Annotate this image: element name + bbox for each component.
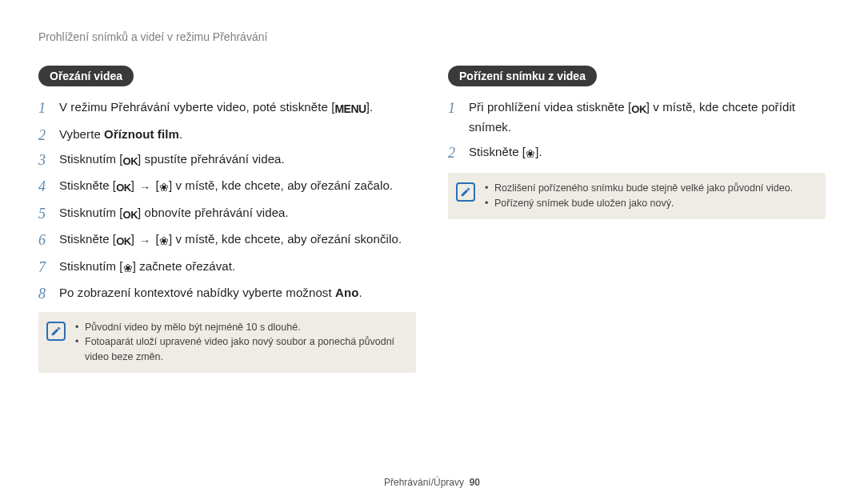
step-text: ]. bbox=[535, 145, 542, 158]
step-number: 2 bbox=[448, 142, 455, 165]
step-text: . bbox=[179, 127, 182, 141]
ok-icon: OK bbox=[123, 207, 138, 223]
step-number: 8 bbox=[38, 283, 46, 306]
step-text: ] bbox=[131, 232, 138, 246]
step-text: Stiskněte [ bbox=[59, 178, 116, 192]
pencil-note-icon bbox=[50, 326, 62, 337]
step-text: ] obnovíte přehrávání videa. bbox=[138, 206, 289, 219]
page: Prohlížení snímků a videí v režimu Přehr… bbox=[0, 0, 864, 504]
menu-icon: MENU bbox=[334, 101, 366, 118]
section-title-left: Ořezání videa bbox=[38, 66, 134, 86]
step-text: Stisknutím [ bbox=[59, 259, 123, 273]
step-item: 4 Stiskněte [OK] → [❀] v místě, kde chce… bbox=[38, 176, 416, 197]
page-number: 90 bbox=[470, 477, 480, 488]
flower-icon: ❀ bbox=[159, 179, 169, 197]
note-item: Rozlišení pořízeného snímku bude stejně … bbox=[485, 181, 793, 196]
breadcrumb: Prohlížení snímků a videí v režimu Přehr… bbox=[38, 30, 826, 43]
flower-icon: ❀ bbox=[526, 146, 535, 163]
step-text: ] v místě, kde chcete, aby ořezání začal… bbox=[169, 178, 393, 192]
step-item: 7 Stisknutím [❀] začnete ořezávat. bbox=[38, 257, 416, 278]
footer-section: Přehrávání/Úpravy bbox=[384, 477, 464, 488]
step-text: Vyberte bbox=[59, 127, 104, 141]
step-number: 1 bbox=[38, 98, 46, 120]
note-box-right: Rozlišení pořízeného snímku bude stejně … bbox=[448, 173, 826, 219]
step-text: ]. bbox=[366, 100, 374, 114]
step-text: [ bbox=[152, 232, 159, 246]
ok-icon: OK bbox=[123, 154, 138, 170]
step-text: . bbox=[358, 286, 362, 299]
pencil-note-icon bbox=[460, 186, 471, 198]
note-item: Původní video by mělo být nejméně 10 s d… bbox=[75, 320, 405, 335]
left-column: Ořezání videa 1 V režimu Přehrávání vybe… bbox=[38, 66, 416, 373]
note-list: Původní video by mělo být nejméně 10 s d… bbox=[75, 320, 405, 365]
step-item: 1 V režimu Přehrávání vyberte video, pot… bbox=[38, 98, 416, 118]
footer: Přehrávání/Úpravy 90 bbox=[0, 477, 864, 488]
step-text: Stiskněte [ bbox=[469, 145, 526, 158]
step-text: [ bbox=[152, 178, 159, 192]
arrow-icon: → bbox=[138, 179, 152, 197]
step-number: 1 bbox=[448, 98, 455, 120]
steps-list-right: 1 Při prohlížení videa stiskněte [OK] v … bbox=[448, 98, 826, 163]
step-text: ] začnete ořezávat. bbox=[133, 259, 236, 273]
note-icon bbox=[46, 322, 66, 341]
arrow-icon: → bbox=[138, 233, 152, 250]
step-number: 5 bbox=[38, 203, 46, 226]
step-bold: Oříznout film bbox=[104, 127, 179, 141]
step-number: 3 bbox=[38, 150, 46, 172]
note-item: Pořízený snímek bude uložen jako nový. bbox=[485, 196, 793, 211]
note-item: Fotoaparát uloží upravené video jako nov… bbox=[75, 334, 405, 365]
ok-icon: OK bbox=[116, 234, 131, 250]
step-item: 2 Vyberte Oříznout film. bbox=[38, 125, 416, 143]
step-text: V režimu Přehrávání vyberte video, poté … bbox=[59, 100, 334, 114]
note-box-left: Původní video by mělo být nejméně 10 s d… bbox=[38, 312, 416, 373]
note-list: Rozlišení pořízeného snímku bude stejně … bbox=[485, 181, 793, 211]
step-text: Po zobrazení kontextové nabídky vyberte … bbox=[59, 286, 335, 299]
step-item: 6 Stiskněte [OK] → [❀] v místě, kde chce… bbox=[38, 230, 416, 250]
step-text: Stisknutím [ bbox=[59, 206, 123, 219]
step-item: 1 Při prohlížení videa stiskněte [OK] v … bbox=[448, 98, 826, 136]
steps-list-left: 1 V režimu Přehrávání vyberte video, pot… bbox=[38, 98, 416, 302]
content-columns: Ořezání videa 1 V režimu Přehrávání vybe… bbox=[38, 66, 826, 373]
step-text: ] spustíte přehrávání videa. bbox=[138, 152, 285, 166]
note-icon bbox=[456, 182, 475, 202]
right-column: Pořízení snímku z videa 1 Při prohlížení… bbox=[448, 66, 826, 373]
step-text: Stisknutím [ bbox=[59, 152, 123, 166]
step-number: 6 bbox=[38, 230, 46, 252]
ok-icon: OK bbox=[116, 180, 131, 196]
step-item: 8 Po zobrazení kontextové nabídky vybert… bbox=[38, 283, 416, 302]
step-text: Stiskněte [ bbox=[59, 232, 116, 246]
step-item: 2 Stiskněte [❀]. bbox=[448, 142, 826, 163]
step-bold: Ano bbox=[335, 286, 358, 299]
step-item: 5 Stisknutím [OK] obnovíte přehrávání vi… bbox=[38, 203, 416, 223]
step-item: 3 Stisknutím [OK] spustíte přehrávání vi… bbox=[38, 150, 416, 170]
step-text: ] bbox=[131, 178, 138, 192]
section-title-right: Pořízení snímku z videa bbox=[448, 66, 597, 86]
step-number: 4 bbox=[38, 176, 46, 198]
step-number: 2 bbox=[38, 125, 46, 147]
step-number: 7 bbox=[38, 257, 46, 279]
flower-icon: ❀ bbox=[159, 233, 169, 250]
flower-icon: ❀ bbox=[123, 260, 133, 278]
step-text: ] v místě, kde chcete, aby ořezání skonč… bbox=[169, 232, 402, 246]
ok-icon: OK bbox=[631, 102, 646, 118]
step-text: Při prohlížení videa stiskněte [ bbox=[469, 100, 631, 114]
